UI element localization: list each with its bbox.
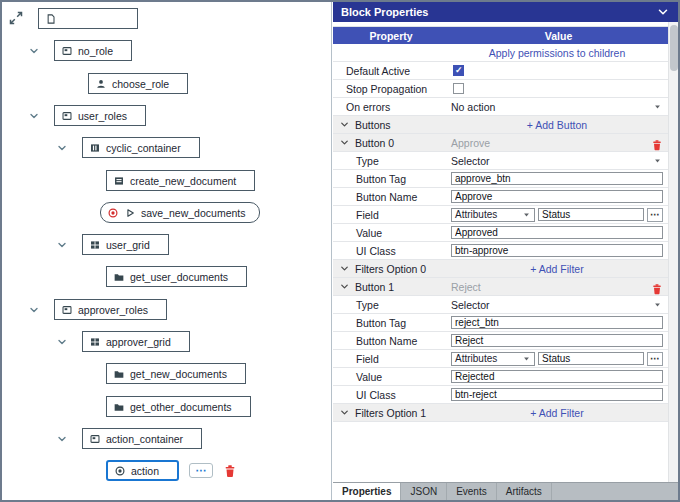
app-window: no_role choose_role user_roles cyclic_co… (0, 0, 680, 502)
button0-uiclass-input[interactable] (451, 244, 663, 257)
chevron-down-icon[interactable] (339, 407, 350, 418)
field-label: Field (333, 353, 449, 365)
delete-node-button[interactable] (223, 464, 237, 478)
tab-artifacts[interactable]: Artifacts (497, 483, 552, 500)
apply-permissions-row: Apply permissions to children (333, 44, 668, 62)
button1-value-input[interactable] (451, 370, 663, 383)
tree-row: approver_grid (2, 331, 331, 353)
delete-button1-button[interactable] (651, 283, 663, 295)
tree-row: user_grid (2, 234, 331, 256)
chevron-down-icon[interactable] (339, 119, 350, 130)
tree-node-user-roles[interactable]: user_roles (54, 105, 146, 126)
tree-node-approver-roles[interactable]: approver_roles (54, 299, 167, 320)
type-label: Type (333, 155, 449, 167)
delete-button0-button[interactable] (651, 139, 663, 151)
more-options-button[interactable]: ⋯ (189, 463, 213, 478)
chevron-down-icon[interactable] (56, 239, 68, 251)
chevron-down-icon[interactable] (56, 336, 68, 348)
button1-field-select[interactable]: Attributes (451, 352, 535, 366)
tree-row: approver_roles (2, 299, 331, 321)
tree-node-create-new-document[interactable]: create_new_document (106, 170, 255, 191)
block-tree-panel: no_role choose_role user_roles cyclic_co… (2, 2, 332, 500)
tree-node-label: approver_grid (106, 336, 171, 348)
button1-uiclass-input[interactable] (451, 388, 663, 401)
chevron-down-icon[interactable] (28, 304, 40, 316)
button0-tag-input[interactable] (451, 172, 663, 185)
button0-value-input[interactable] (451, 226, 663, 239)
on-errors-label: On errors (333, 101, 449, 113)
field-label: Field (333, 209, 449, 221)
chevron-down-icon[interactable] (28, 45, 40, 57)
stop-propagation-checkbox[interactable] (453, 83, 464, 94)
tree-node-save-new-documents[interactable]: save_new_documents (100, 202, 260, 223)
button0-field-more-button[interactable]: ⋯ (647, 208, 663, 222)
stop-propagation-label: Stop Propagation (333, 83, 449, 95)
tab-json[interactable]: JSON (401, 483, 447, 500)
block-properties-panel: Block Properties Property Value Apply pe… (333, 2, 678, 500)
panel-header: Block Properties (333, 2, 678, 22)
tree-node-user-grid[interactable]: user_grid (82, 234, 169, 255)
folder-icon (113, 368, 125, 380)
chevron-down-icon[interactable] (56, 142, 68, 154)
button0-field-row: Field Attributes ⋯ (333, 206, 668, 224)
target-icon (114, 465, 126, 477)
on-errors-dropdown[interactable]: No action (451, 101, 663, 113)
tree-node-no-role[interactable]: no_role (54, 40, 132, 61)
tree-node-cyclic-container[interactable]: cyclic_container (82, 137, 200, 158)
tree-node-choose-role[interactable]: choose_role (88, 73, 188, 94)
ellipsis-icon: ⋯ (196, 465, 207, 476)
button0-type-dropdown[interactable]: Selector (451, 155, 663, 167)
card-icon (61, 304, 73, 316)
chevron-down-icon[interactable] (339, 263, 350, 274)
value-label: Value (333, 227, 449, 239)
apply-permissions-link[interactable]: Apply permissions to children (489, 47, 626, 59)
value-label: Value (333, 371, 449, 383)
tree-node-get-new-documents[interactable]: get_new_documents (106, 363, 246, 384)
tree-row: cyclic_container (2, 137, 331, 159)
on-errors-row: On errors No action (333, 98, 668, 116)
button0-field-input[interactable] (538, 208, 644, 221)
button1-type-dropdown[interactable]: Selector (451, 299, 663, 311)
button1-title: Button 1 (355, 281, 394, 293)
tree-row: user_roles (2, 105, 331, 127)
scrollbar[interactable] (668, 22, 678, 482)
button0-type-row: Type Selector (333, 152, 668, 170)
scrollbar-thumb[interactable] (670, 25, 678, 71)
button0-filters-row: Filters Option 0 + Add Filter (333, 260, 668, 278)
tab-properties[interactable]: Properties (333, 483, 401, 500)
add-filter-link[interactable]: + Add Filter (530, 407, 583, 419)
chevron-down-icon[interactable] (28, 110, 40, 122)
default-active-row: Default Active (333, 62, 668, 80)
property-column-header: Property (333, 30, 449, 42)
tree-node-get-user-documents[interactable]: get_user_documents (106, 266, 247, 287)
button0-field-select[interactable]: Attributes (451, 208, 535, 222)
tree-node-root[interactable] (38, 8, 138, 29)
button1-name-input[interactable] (451, 334, 663, 347)
trash-icon (651, 139, 663, 151)
button1-tag-input[interactable] (451, 316, 663, 329)
panel-collapse-chevron-icon[interactable] (656, 5, 670, 19)
tree-node-action[interactable]: action (106, 460, 179, 481)
button0-name-input[interactable] (451, 190, 663, 203)
add-button-link[interactable]: + Add Button (527, 119, 587, 131)
role-person-icon (95, 78, 107, 90)
tree-node-get-other-documents[interactable]: get_other_documents (106, 396, 251, 417)
button0-name-row: Button Name (333, 188, 668, 206)
tree-node-label: no_role (78, 45, 113, 57)
chevron-down-icon[interactable] (56, 433, 68, 445)
tab-events[interactable]: Events (447, 483, 497, 500)
tree-node-label: get_new_documents (130, 368, 227, 380)
tree-node-approver-grid[interactable]: approver_grid (82, 331, 190, 352)
chevron-down-icon[interactable] (339, 281, 350, 292)
chevron-down-icon[interactable] (339, 137, 350, 148)
tree-node-action-container[interactable]: action_container (82, 428, 202, 449)
dropdown-caret-icon (652, 299, 663, 310)
buttons-section-label: Buttons (355, 119, 391, 131)
button1-field-input[interactable] (538, 352, 644, 365)
button1-field-row: Field Attributes ⋯ (333, 350, 668, 368)
panel-title: Block Properties (341, 6, 428, 18)
button1-field-more-button[interactable]: ⋯ (647, 352, 663, 366)
tree-row: get_user_documents (2, 266, 331, 288)
add-filter-link[interactable]: + Add Filter (530, 263, 583, 275)
default-active-checkbox[interactable] (453, 65, 464, 76)
